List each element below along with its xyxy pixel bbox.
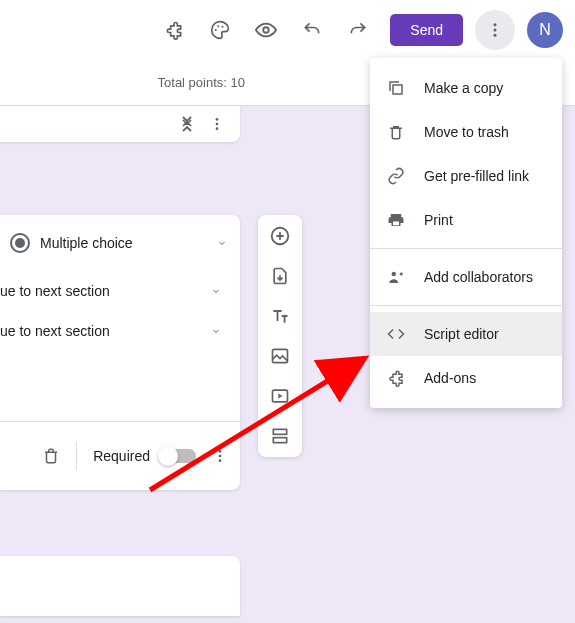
- goto-section-label: ue to next section: [0, 283, 110, 299]
- print-icon: [386, 210, 406, 230]
- import-icon: [270, 266, 290, 286]
- radio-icon: [10, 233, 30, 253]
- question-options-btn[interactable]: [206, 436, 234, 476]
- undo-icon: [302, 20, 322, 40]
- divider: [370, 305, 562, 306]
- question-card: Multiple choice ue to next section ue to…: [0, 215, 240, 490]
- svg-point-8: [216, 123, 219, 126]
- svg-rect-18: [393, 85, 402, 94]
- add-video-btn[interactable]: [269, 385, 291, 407]
- svg-rect-17: [273, 438, 286, 443]
- svg-rect-16: [273, 429, 286, 434]
- more-vert-icon: [209, 116, 225, 132]
- redo-btn[interactable]: [338, 10, 378, 50]
- text-icon: [270, 306, 290, 326]
- total-points-text: Total points: 10: [158, 75, 245, 90]
- trash-icon: [386, 122, 406, 142]
- menu-move-trash[interactable]: Move to trash: [370, 110, 562, 154]
- menu-label: Move to trash: [424, 124, 509, 140]
- add-section-btn[interactable]: [269, 425, 291, 447]
- add-question-btn[interactable]: [269, 225, 291, 247]
- addons-icon-btn[interactable]: [154, 10, 194, 50]
- video-icon: [270, 386, 290, 406]
- image-icon: [270, 346, 290, 366]
- preview-btn[interactable]: [246, 10, 286, 50]
- section-icon: [270, 426, 290, 446]
- import-questions-btn[interactable]: [269, 265, 291, 287]
- required-toggle[interactable]: [160, 449, 196, 463]
- chevron-down-icon: [216, 237, 228, 249]
- top-toolbar: Send N: [0, 0, 575, 60]
- addon-icon: [386, 368, 406, 388]
- goto-section-row[interactable]: ue to next section: [0, 311, 240, 351]
- chevron-down-icon: [210, 325, 222, 337]
- link-icon: [386, 166, 406, 186]
- divider: [76, 442, 77, 470]
- svg-point-11: [219, 455, 222, 458]
- question-type-selector[interactable]: Multiple choice: [0, 215, 240, 271]
- chevron-down-icon: [210, 285, 222, 297]
- next-question-card: [0, 556, 240, 616]
- menu-label: Print: [424, 212, 453, 228]
- question-footer: Required: [0, 422, 240, 490]
- copy-icon: [386, 78, 406, 98]
- collapse-icon[interactable]: [180, 116, 194, 132]
- svg-point-5: [494, 29, 497, 32]
- svg-point-3: [264, 27, 270, 33]
- plus-circle-icon: [269, 225, 291, 247]
- question-type-label: Multiple choice: [40, 235, 206, 251]
- menu-make-copy[interactable]: Make a copy: [370, 66, 562, 110]
- goto-section-label: ue to next section: [0, 323, 110, 339]
- eye-icon: [255, 19, 277, 41]
- menu-label: Make a copy: [424, 80, 503, 96]
- undo-btn[interactable]: [292, 10, 332, 50]
- theme-btn[interactable]: [200, 10, 240, 50]
- svg-point-19: [392, 272, 397, 277]
- goto-section-row[interactable]: ue to next section: [0, 271, 240, 311]
- svg-point-12: [219, 459, 222, 462]
- required-label: Required: [93, 448, 150, 464]
- svg-point-0: [215, 29, 217, 31]
- svg-point-6: [494, 34, 497, 37]
- svg-point-9: [216, 127, 219, 130]
- redo-icon: [348, 20, 368, 40]
- svg-point-2: [222, 26, 224, 28]
- menu-label: Script editor: [424, 326, 499, 342]
- menu-print[interactable]: Print: [370, 198, 562, 242]
- menu-addons[interactable]: Add-ons: [370, 356, 562, 400]
- menu-label: Get pre-filled link: [424, 168, 529, 184]
- palette-icon: [210, 20, 230, 40]
- trash-icon[interactable]: [42, 447, 60, 465]
- svg-point-10: [219, 450, 222, 453]
- more-vert-icon: [212, 448, 228, 464]
- more-menu-button[interactable]: [475, 10, 515, 50]
- question-more-btn[interactable]: [202, 109, 232, 139]
- question-header: [0, 106, 240, 142]
- menu-label: Add-ons: [424, 370, 476, 386]
- account-avatar[interactable]: N: [527, 12, 563, 48]
- send-button[interactable]: Send: [390, 14, 463, 46]
- svg-point-1: [218, 25, 220, 27]
- svg-point-4: [494, 23, 497, 26]
- code-icon: [386, 324, 406, 344]
- svg-point-7: [216, 118, 219, 121]
- side-toolbar: [258, 215, 302, 457]
- overflow-menu: Make a copy Move to trash Get pre-filled…: [370, 58, 562, 408]
- people-icon: [386, 267, 406, 287]
- add-image-btn[interactable]: [269, 345, 291, 367]
- puzzle-icon: [164, 20, 184, 40]
- more-vert-icon: [486, 21, 504, 39]
- divider: [370, 248, 562, 249]
- menu-script-editor[interactable]: Script editor: [370, 312, 562, 356]
- add-title-btn[interactable]: [269, 305, 291, 327]
- menu-prefilled-link[interactable]: Get pre-filled link: [370, 154, 562, 198]
- menu-label: Add collaborators: [424, 269, 533, 285]
- menu-add-collaborators[interactable]: Add collaborators: [370, 255, 562, 299]
